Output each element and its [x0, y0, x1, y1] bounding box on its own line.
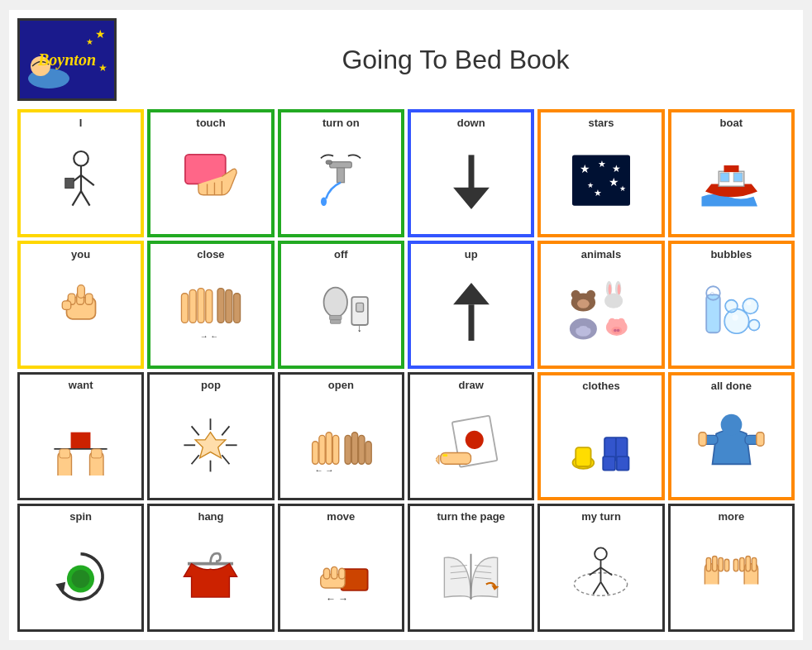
- cell-label-close: close: [197, 249, 224, 260]
- cell-down[interactable]: down: [408, 109, 534, 237]
- svg-text:★: ★: [598, 159, 606, 169]
- svg-point-77: [732, 314, 738, 320]
- cell-label-my-turn: my turn: [581, 511, 621, 523]
- svg-line-146: [601, 567, 613, 575]
- cell-open[interactable]: open: [278, 372, 404, 500]
- svg-rect-116: [604, 456, 616, 471]
- svg-rect-87: [60, 449, 70, 458]
- svg-point-64: [575, 322, 580, 327]
- cell-my-turn[interactable]: my turn: [537, 504, 664, 632]
- cell-bubbles[interactable]: bubbles ○: [668, 241, 795, 369]
- svg-rect-88: [92, 449, 103, 458]
- svg-rect-153: [752, 557, 757, 571]
- svg-rect-113: [576, 447, 591, 466]
- cell-pop[interactable]: pop: [147, 372, 274, 500]
- svg-point-69: [618, 318, 625, 325]
- svg-point-82: [748, 319, 759, 330]
- cell-move[interactable]: move ← →: [278, 504, 404, 632]
- icon-you: [24, 260, 137, 362]
- cell-animals[interactable]: animals: [537, 241, 664, 369]
- page-title: Going To Bed Book: [117, 45, 795, 75]
- svg-point-76: [724, 308, 748, 332]
- cell-off[interactable]: off ↓: [278, 241, 404, 369]
- svg-point-80: [747, 300, 752, 305]
- svg-rect-37: [181, 293, 188, 323]
- svg-point-122: [720, 413, 742, 435]
- cell-hang[interactable]: hang: [147, 504, 274, 632]
- svg-point-55: [587, 289, 596, 299]
- svg-rect-129: [323, 568, 329, 579]
- svg-rect-47: [331, 319, 341, 323]
- svg-line-94: [192, 455, 199, 464]
- cell-touch[interactable]: touch: [147, 109, 274, 237]
- svg-rect-104: [351, 432, 357, 464]
- svg-text:★: ★: [586, 180, 593, 189]
- svg-text:○: ○: [710, 289, 715, 298]
- icon-i: [24, 129, 137, 231]
- cell-draw[interactable]: draw: [408, 372, 534, 500]
- icon-animals: [544, 260, 657, 362]
- cell-label-want: want: [69, 380, 93, 391]
- cell-label-up: up: [465, 249, 478, 260]
- svg-line-147: [594, 581, 601, 594]
- svg-text:★: ★: [609, 175, 619, 189]
- cell-want[interactable]: want: [17, 372, 144, 500]
- svg-line-90: [222, 426, 230, 435]
- svg-point-57: [605, 293, 623, 308]
- cell-clothes[interactable]: clothes: [537, 372, 664, 500]
- svg-line-5: [81, 175, 94, 185]
- icon-off: ↓: [284, 260, 398, 362]
- svg-rect-103: [358, 435, 364, 464]
- svg-text:← →: ← →: [314, 466, 333, 475]
- icon-boat: [675, 129, 788, 231]
- svg-point-68: [609, 318, 616, 325]
- svg-rect-150: [712, 556, 717, 571]
- cell-label-turn-page: turn the page: [437, 511, 504, 523]
- svg-line-92: [222, 455, 230, 464]
- icon-close: → ←: [154, 260, 267, 362]
- svg-marker-51: [453, 283, 490, 304]
- icon-up: [414, 260, 528, 362]
- icon-want: [23, 391, 138, 495]
- cell-turn-page[interactable]: turn the page: [408, 504, 534, 632]
- cell-label-clothes: clothes: [582, 380, 620, 392]
- svg-rect-14: [337, 168, 345, 183]
- svg-rect-13: [330, 161, 352, 167]
- cell-you[interactable]: you: [17, 241, 144, 369]
- svg-point-65: [587, 322, 593, 327]
- icon-stars: ★ ★ ★ ★ ★ ★ ★: [544, 129, 657, 231]
- cell-label-more: more: [718, 511, 744, 523]
- svg-point-71: [617, 328, 620, 332]
- cell-more[interactable]: more: [668, 504, 795, 632]
- svg-point-15: [321, 197, 327, 206]
- cell-all-done[interactable]: all done: [668, 372, 795, 500]
- svg-line-96: [192, 426, 199, 435]
- svg-rect-121: [757, 432, 764, 446]
- cell-label-down: down: [457, 117, 485, 129]
- cell-stars[interactable]: stars ★ ★ ★ ★ ★ ★ ★: [537, 109, 664, 237]
- icon-all-done: [675, 392, 788, 494]
- icon-spin: [23, 523, 138, 626]
- icon-turn-page: [413, 523, 528, 626]
- svg-point-56: [578, 299, 590, 308]
- svg-rect-16: [327, 160, 332, 164]
- cell-i[interactable]: I: [17, 109, 144, 237]
- svg-rect-100: [326, 432, 332, 464]
- cell-label-touch: touch: [196, 117, 225, 129]
- cell-label-all-done: all done: [711, 380, 752, 392]
- cell-spin[interactable]: spin: [17, 504, 144, 632]
- svg-text:↓: ↓: [357, 323, 362, 334]
- cell-up[interactable]: up: [408, 241, 534, 369]
- cell-turn-on[interactable]: turn on: [278, 109, 404, 237]
- icon-turn-on: [284, 129, 398, 231]
- svg-line-6: [72, 191, 81, 206]
- cell-boat[interactable]: boat: [668, 109, 795, 237]
- svg-rect-156: [733, 559, 738, 571]
- svg-point-45: [324, 287, 347, 317]
- icon-bubbles: ○: [675, 260, 788, 362]
- svg-rect-49: [356, 303, 364, 312]
- cell-label-you: you: [71, 249, 90, 260]
- svg-rect-38: [189, 289, 196, 323]
- cell-label-turn-on: turn on: [322, 117, 360, 129]
- cell-close[interactable]: close → ←: [147, 241, 274, 369]
